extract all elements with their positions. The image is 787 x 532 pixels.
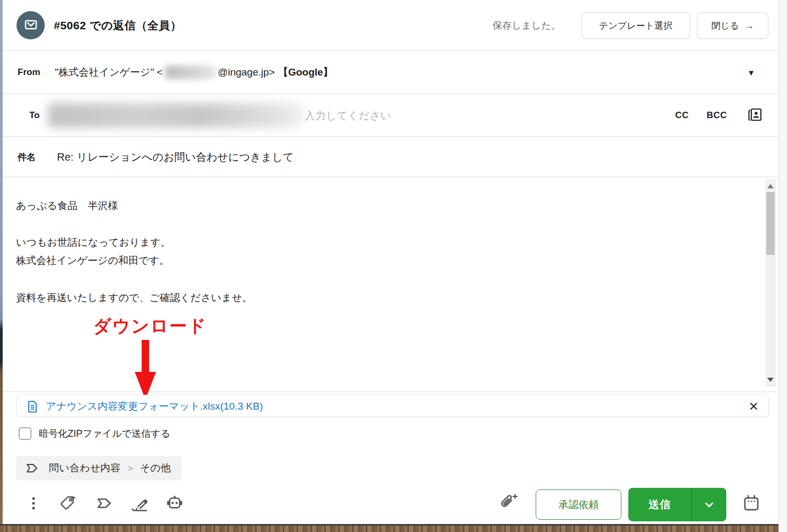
subject-input[interactable]: Re: リレーションへのお問い合わせにつきまして	[57, 137, 294, 177]
from-value[interactable]: "株式会社インゲージ" < @ingage.jp> 【Google】	[55, 51, 333, 94]
from-label: From	[18, 51, 40, 94]
pennant-icon	[95, 494, 114, 513]
cc-button[interactable]: CC	[675, 94, 689, 137]
send-button-group: 送信	[628, 488, 726, 521]
template-select-button[interactable]: テンプレート選択	[581, 12, 690, 39]
body-line: いつもお世話になっております。	[16, 236, 170, 250]
close-label: 閉じる	[711, 20, 739, 32]
category-button[interactable]	[94, 492, 115, 515]
page-title: #5062 での返信（全員）	[54, 0, 182, 51]
category-parent: 問い合わせ内容	[49, 462, 120, 473]
to-label: To	[29, 94, 40, 137]
scroll-down-icon[interactable]	[767, 378, 774, 382]
schedule-send-button[interactable]	[741, 492, 762, 515]
compose-toolbar: 承認依頼 送信	[3, 484, 778, 524]
scrollbar-thumb[interactable]	[766, 192, 775, 255]
address-book-icon	[747, 106, 764, 126]
reply-compose-dialog: #5062 での返信（全員） 保存しました。 テンプレート選択 閉じる → Fr…	[3, 0, 778, 524]
save-status: 保存しました。	[493, 0, 561, 51]
chevron-down-icon	[704, 501, 715, 509]
calendar-icon	[741, 493, 761, 513]
attach-file-button[interactable]	[498, 492, 519, 515]
redacted-recipients	[48, 103, 304, 128]
body-line: あっぷる食品 半沢様	[16, 199, 118, 213]
approval-request-button[interactable]: 承認依頼	[536, 489, 621, 520]
body-scrollbar[interactable]	[765, 179, 776, 387]
attachment-row: アナウンス内容変更フォーマット.xlsx(10.3 KB) ✕	[16, 395, 769, 417]
from-sender-domain: @ingage.jp>	[218, 66, 275, 78]
ai-assistant-button[interactable]	[164, 492, 185, 515]
category-separator: >	[128, 463, 133, 473]
to-input-placeholder[interactable]: 入力してください	[305, 94, 391, 137]
address-book-button[interactable]	[746, 107, 764, 125]
redacted-email-localpart	[165, 65, 216, 79]
subject-row: 件名 Re: リレーションへのお問い合わせにつきまして	[3, 137, 778, 177]
attachment-file-link[interactable]: アナウンス内容変更フォーマット.xlsx(10.3 KB)	[46, 395, 263, 418]
remove-attachment-button[interactable]: ✕	[749, 395, 759, 418]
screen: #5062 での返信（全員） 保存しました。 テンプレート選択 閉じる → Fr…	[0, 0, 787, 532]
close-button[interactable]: 閉じる →	[697, 12, 768, 39]
mail-badge	[17, 11, 45, 39]
kebab-menu-icon	[26, 494, 42, 513]
arrow-right-icon: →	[744, 20, 754, 31]
category-chip[interactable]: 問い合わせ内容 > その他	[16, 456, 182, 480]
message-body-editor[interactable]: あっぷる食品 半沢様 いつもお世話になっております。 株式会社インゲージの和田で…	[3, 177, 778, 392]
zip-checkbox[interactable]	[19, 427, 31, 440]
compose-header: #5062 での返信（全員） 保存しました。 テンプレート選択 閉じる →	[3, 0, 778, 51]
signature-button[interactable]	[129, 492, 150, 515]
from-dropdown-button[interactable]: ▼	[747, 51, 755, 94]
subject-label: 件名	[18, 137, 36, 177]
category-pennant-icon	[24, 461, 39, 476]
file-document-icon	[26, 400, 39, 415]
send-options-button[interactable]	[691, 488, 726, 521]
category-path: 問い合わせ内容 > その他	[49, 461, 171, 475]
body-line: 資料を再送いたしますので、ご確認くださいませ。	[16, 291, 252, 305]
body-line: 株式会社インゲージの和田です。	[16, 254, 169, 268]
label-button[interactable]	[58, 492, 79, 515]
desktop-background-bottom	[0, 524, 778, 532]
chevron-down-icon: ▼	[747, 68, 755, 77]
from-sender-prefix: "株式会社インゲージ" <	[55, 65, 163, 79]
window-scrollbar[interactable]	[778, 0, 787, 532]
download-arrow-icon	[128, 340, 162, 404]
category-child: その他	[140, 462, 171, 473]
robot-icon	[165, 493, 185, 513]
paperclip-plus-icon	[498, 493, 519, 514]
from-provider: 【Google】	[278, 65, 333, 79]
zip-option-row: 暗号化ZIPファイルで送信する	[19, 426, 170, 442]
envelope-icon	[22, 16, 39, 35]
pen-icon	[130, 494, 149, 513]
close-x-icon: ✕	[749, 400, 759, 414]
send-button[interactable]: 送信	[628, 488, 691, 521]
more-options-button[interactable]	[23, 492, 44, 515]
zip-option-label: 暗号化ZIPファイルで送信する	[39, 427, 170, 440]
bcc-button[interactable]: BCC	[707, 94, 727, 137]
tag-icon	[59, 494, 78, 513]
download-annotation: ダウンロード	[93, 314, 207, 338]
approval-request-label: 承認依頼	[559, 498, 599, 512]
scroll-up-icon[interactable]	[767, 184, 774, 188]
to-row: To 入力してください CC BCC	[3, 94, 778, 137]
template-select-label: テンプレート選択	[599, 20, 673, 32]
from-row: From "株式会社インゲージ" < @ingage.jp> 【Google】 …	[3, 51, 778, 94]
